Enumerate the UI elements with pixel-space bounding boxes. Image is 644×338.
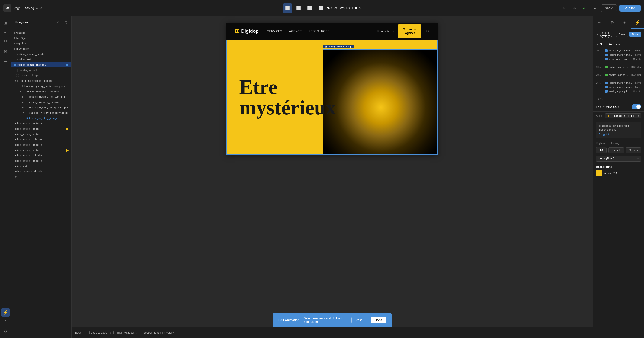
keyframe-action-6: Move [635, 82, 641, 84]
nav-item-padding-section-medium[interactable]: ▼ padding-section-medium [11, 78, 72, 83]
cta-button[interactable]: Contacterl'agence [398, 24, 421, 38]
sidebar-help-btn[interactable]: ? [1, 317, 10, 326]
publish-button[interactable]: Publish [620, 5, 640, 12]
preset-button[interactable]: Preset [608, 147, 624, 153]
easing-select-value: Linear (None) [598, 157, 614, 160]
nav-item-image-wrapper-1[interactable]: ▶ teasing-mystery_image-wrapper [11, 105, 72, 110]
nav-item-bal-styles[interactable]: T bal Styles [11, 36, 72, 41]
keyframe-section-0: 0% teasing-mystery-ima... Move teasing-m… [593, 48, 644, 62]
affect-select[interactable]: ⚡ Interaction Trigger ▾ [605, 113, 641, 118]
nav-item-n-wrapper[interactable]: T n-wrapper [11, 46, 72, 52]
sidebar-navigator-btn[interactable]: ≡ [1, 28, 10, 37]
nav-link-ressources[interactable]: RESSOURCES [308, 30, 330, 33]
background-color-thumbnail[interactable] [596, 170, 602, 176]
sidebar-assets-btn[interactable]: ☁ [1, 56, 10, 65]
device-mobile-btn[interactable]: ⬜ [305, 4, 314, 13]
active-indicator: ▶ [66, 63, 69, 67]
site-navigation: Digidop SERVICES AGENCE RESSOURCES Réali… [226, 23, 438, 40]
edit-animation-done-button[interactable]: Done [371, 317, 386, 323]
breadcrumb-separator: › [84, 331, 85, 334]
sidebar-interactions-btn[interactable]: ⚡ [1, 308, 10, 317]
share-button[interactable]: Share [601, 5, 617, 12]
nav-item-teasing-linkedin[interactable]: ection_teasing-linkedin [11, 153, 72, 158]
nav-link-agence[interactable]: AGENCE [289, 30, 302, 33]
nav-item-teasing-lightbox[interactable]: ection_teasing-lightbox [11, 137, 72, 142]
teasing-text-line1: Etre [239, 76, 278, 98]
nav-item-wrapper[interactable]: T wrapper [11, 30, 72, 36]
navigator-close-btn[interactable]: ✕ [54, 19, 60, 25]
redo-button[interactable]: ↪ [570, 4, 578, 12]
nav-item-component[interactable]: ▼ teasing-mystery_component [11, 89, 72, 94]
page-label: Page: [14, 7, 22, 10]
affect-label: Affect: [596, 114, 603, 117]
nav-link-realisations[interactable]: Réalisations [378, 30, 394, 33]
right-panel-reset-button[interactable]: Reset [616, 32, 628, 37]
device-custom-btn[interactable]: ⬜ [316, 4, 326, 13]
right-panel-top: ▲ Teasing Mystery... Reset Done [593, 29, 644, 40]
nav-item-label: n-wrapper [16, 47, 29, 50]
sidebar-settings-btn[interactable]: ⚙ [1, 327, 10, 335]
easing-select[interactable]: Linear (None) ▾ [596, 156, 641, 162]
sidebar-add-btn[interactable]: ⊞ [1, 19, 10, 27]
nav-item-navigation[interactable]: T vigation [11, 41, 72, 46]
right-panel-done-button[interactable]: Done [630, 32, 641, 37]
scroll-actions-header: ▼ Scroll Actions [593, 40, 644, 48]
active-indicator: ▶ [66, 148, 69, 152]
nav-item-teasing-features-1[interactable]: ection_teasing-features [11, 121, 72, 126]
nav-item-service-header[interactable]: ection_service_header [11, 52, 72, 57]
keyframe-name-7: teasing-mystery-ima... [609, 86, 634, 88]
info-box: You're now only affecting the trigger el… [596, 122, 641, 139]
nav-link-services[interactable]: SERVICES [267, 30, 282, 33]
keyframe-number-input[interactable]: 10 [596, 147, 607, 153]
custom-button[interactable]: Custom [626, 147, 641, 153]
nav-item-section-text[interactable]: ection_text [11, 57, 72, 62]
top-toolbar: W Page: Teasing ● ↩ ⋮ ⬜ ⬜ ⬜ ⬜ 992 PX 725… [0, 0, 644, 16]
teasing-text: Etre mystérieux [226, 64, 349, 131]
nav-item-text-wrap[interactable]: ▶ teasing-mystery_text-wrap... ⋯ [11, 99, 72, 105]
device-desktop-btn[interactable]: ⬜ [283, 4, 292, 13]
right-panel-actions: Reset Done [616, 32, 641, 37]
nav-item-content-wrapper[interactable]: ▼ teasing-mystery_content-wrapper [11, 83, 72, 89]
tab-settings[interactable]: ⚙ [606, 16, 618, 29]
edit-animation-reset-button[interactable]: Reset [352, 317, 368, 323]
item-options-icon[interactable]: ⋯ [62, 101, 66, 104]
tab-style[interactable]: ✏ [593, 16, 606, 29]
nav-item-service-details[interactable]: ervice_services_details [11, 169, 72, 174]
nav-item-teasing-features-3[interactable]: ection_teasing-features [11, 142, 72, 147]
breadcrumb-body[interactable]: Body [75, 331, 82, 334]
github-button[interactable]: ⌁ [591, 4, 598, 12]
breadcrumb-page-wrapper[interactable]: page-wrapper [87, 331, 108, 334]
sidebar-components-btn[interactable]: ◉ [1, 47, 10, 56]
page-info: Page: Teasing ● ↩ [14, 7, 42, 10]
keyframe-70-percent: 70% [596, 74, 604, 76]
live-preview-toggle[interactable] [632, 104, 641, 109]
language-selector[interactable]: FR [426, 30, 430, 33]
nav-item-label: ervice_services_details [14, 170, 42, 173]
canvas-width: 992 [327, 7, 332, 10]
undo-button[interactable]: ↩ [560, 4, 568, 12]
nav-item-padding-global[interactable]: | padding-global [11, 68, 72, 73]
breadcrumb-main-wrapper[interactable]: main-wrapper [114, 331, 134, 334]
nav-item-teasing-team[interactable]: ection_teasing-team ▶ [11, 126, 72, 131]
nav-item-mystery-image[interactable]: ▣ teasing-mystety_image [11, 115, 72, 121]
tab-interactions[interactable]: ⚡ [631, 16, 644, 29]
info-box-link[interactable]: Ok, got it [598, 133, 638, 136]
tab-motion[interactable]: ◈ [618, 16, 632, 29]
breadcrumb-section-teasing[interactable]: section_teasing-mystery [140, 331, 174, 334]
nav-item-teasing-features-2[interactable]: ection_teasing-features [11, 131, 72, 137]
nav-item-section-text-2[interactable]: ection_text [11, 163, 72, 169]
chevron-down-icon: ▾ [638, 114, 639, 117]
navigator-expand-btn[interactable]: ⬚ [62, 19, 68, 25]
check-button[interactable]: ✓ [580, 4, 588, 12]
nav-item-teasing-features-5[interactable]: ection_teasing-features [11, 158, 72, 163]
nav-item-label: teasing-mystery_image-wrapper [29, 111, 69, 114]
nav-item-text-wrapper[interactable]: ▶ teasing-mystery_text-wrapper [11, 94, 72, 99]
nav-item-ter[interactable]: ter [11, 174, 72, 179]
nav-item-teasing-features-4[interactable]: ection_teasing-features ▶ [11, 147, 72, 153]
nav-item-container-large[interactable]: container-large [11, 73, 72, 78]
device-tablet-btn[interactable]: ⬜ [294, 4, 303, 13]
nav-item-image-wrapper-2[interactable]: ▼ teasing-mystery_image-wrapper [11, 110, 72, 115]
nav-item-section-teasing-mystery[interactable]: ection_teasing-mystery ▶ [11, 62, 72, 68]
keyframe-0-percent: 0% [596, 49, 604, 52]
sidebar-layers-btn[interactable]: ☷ [1, 38, 10, 46]
